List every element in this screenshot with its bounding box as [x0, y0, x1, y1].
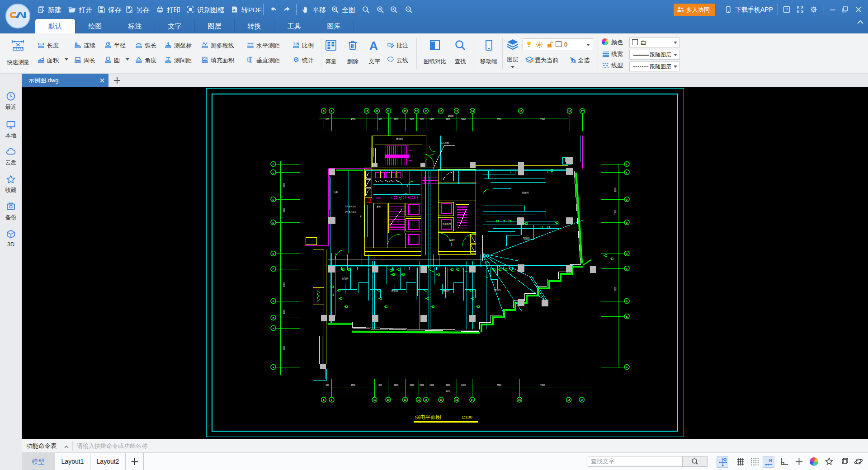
svg-text:D: D: [273, 221, 274, 224]
svg-text:A: A: [233, 8, 236, 12]
svg-text:C: C: [626, 253, 628, 255]
svg-text:7300: 7300: [540, 384, 545, 386]
svg-text:住宅间: 住宅间: [494, 288, 501, 291]
svg-text:14: 14: [471, 110, 474, 113]
svg-text:9: 9: [331, 110, 332, 113]
svg-text:7300: 7300: [540, 118, 545, 121]
svg-text:住宅间: 住宅间: [342, 277, 349, 280]
svg-text:11: 11: [387, 110, 390, 113]
svg-text:2400: 2400: [429, 118, 434, 121]
svg-text:3300: 3300: [394, 384, 399, 386]
svg-text:电梯厅: 电梯厅: [449, 239, 455, 241]
svg-text:VP-B-4-14: VP-B-4-14: [345, 211, 356, 213]
svg-text:12: 12: [404, 110, 406, 113]
svg-text:A: A: [273, 327, 274, 330]
svg-text:B: B: [273, 317, 274, 320]
svg-text:D: D: [273, 198, 274, 201]
svg-text:16: 16: [568, 110, 571, 113]
svg-text:配电: 配电: [377, 206, 382, 208]
svg-text:8: 8: [323, 399, 324, 401]
svg-text:13: 13: [425, 399, 427, 401]
svg-text:3300: 3300: [614, 287, 617, 291]
svg-text:3300: 3300: [614, 210, 617, 215]
svg-text:900: 900: [378, 118, 382, 121]
svg-text:1:100: 1:100: [462, 414, 472, 419]
svg-text:TP-B-4-14: TP-B-4-14: [345, 205, 355, 208]
svg-text:小心台阶: 小心台阶: [440, 141, 449, 144]
svg-text:1:N: 1:N: [293, 42, 299, 46]
svg-text:650: 650: [326, 384, 329, 386]
svg-text:3900: 3900: [446, 384, 451, 386]
svg-text:3300: 3300: [283, 183, 285, 188]
svg-text:7500: 7500: [497, 384, 502, 386]
svg-text:10: 10: [387, 399, 389, 401]
svg-text:650: 650: [326, 118, 329, 121]
svg-text:住宅间: 住宅间: [443, 289, 450, 292]
svg-text:13: 13: [425, 110, 427, 113]
svg-text:14: 14: [471, 399, 473, 401]
svg-text:D: D: [626, 198, 628, 201]
svg-text:15: 15: [455, 110, 458, 113]
svg-text:4500: 4500: [351, 118, 356, 121]
svg-text:4800: 4800: [446, 390, 451, 393]
svg-text:F: F: [626, 163, 628, 166]
svg-text:F: F: [360, 215, 361, 218]
svg-text:17: 17: [581, 110, 584, 113]
svg-text:3300: 3300: [283, 207, 285, 212]
svg-text:弱电平面图: 弱电平面图: [415, 414, 441, 420]
svg-text:C: C: [626, 268, 628, 270]
svg-text:C: C: [273, 253, 274, 255]
svg-text:A: A: [626, 366, 628, 369]
svg-text:3300: 3300: [420, 118, 425, 121]
svg-text:4500: 4500: [351, 384, 356, 386]
svg-text:B: B: [273, 300, 274, 303]
svg-text:12: 12: [417, 399, 420, 401]
svg-text:A: A: [273, 366, 274, 369]
svg-text:13: 13: [439, 110, 442, 113]
svg-text:7500: 7500: [497, 118, 502, 121]
svg-text:13: 13: [439, 399, 442, 401]
svg-text:10: 10: [365, 110, 368, 113]
svg-text:46800: 46800: [448, 115, 454, 118]
svg-text:12: 12: [415, 110, 418, 113]
svg-text:楼梯间: 楼梯间: [396, 137, 403, 141]
svg-text:A: A: [369, 39, 378, 52]
svg-text:3300: 3300: [283, 282, 285, 287]
svg-text:3300: 3300: [283, 345, 285, 350]
svg-text:C: C: [273, 268, 274, 271]
svg-text:3300: 3300: [614, 187, 617, 192]
svg-text:All: All: [571, 60, 576, 64]
svg-text:15: 15: [519, 110, 522, 113]
svg-text:12: 12: [404, 399, 406, 401]
svg-text:15: 15: [518, 399, 521, 401]
svg-text:非标电梯: 非标电梯: [443, 223, 451, 226]
svg-text:9: 9: [331, 399, 332, 401]
svg-text:900: 900: [378, 384, 382, 386]
svg-text:B: B: [626, 300, 628, 303]
svg-text:3300: 3300: [420, 384, 425, 386]
svg-text:B: B: [626, 315, 628, 318]
svg-text:11: 11: [373, 399, 376, 401]
svg-text:3300: 3300: [394, 118, 399, 121]
svg-text:3300: 3300: [283, 309, 285, 314]
svg-text:14: 14: [580, 399, 583, 401]
svg-text:3300: 3300: [410, 118, 415, 121]
svg-text:2400: 2400: [429, 384, 434, 386]
svg-text:注列: 注列: [334, 191, 338, 194]
svg-text:3300: 3300: [410, 384, 415, 386]
svg-text:N: N: [769, 458, 772, 463]
svg-text:E: E: [626, 171, 628, 174]
svg-text:F: F: [273, 163, 274, 166]
svg-text:2400: 2400: [461, 118, 466, 121]
svg-text:16: 16: [567, 399, 570, 401]
svg-text:AlAl: AlAl: [376, 197, 381, 199]
svg-text:设备间: 设备间: [522, 191, 529, 194]
svg-text:E: E: [273, 171, 274, 174]
svg-text:?: ?: [785, 7, 788, 12]
svg-text:2400: 2400: [461, 384, 466, 386]
svg-text:住宅间: 住宅间: [392, 289, 398, 292]
svg-text:3900: 3900: [446, 118, 451, 121]
svg-text:8: 8: [323, 110, 324, 113]
svg-text:11: 11: [376, 110, 378, 113]
svg-text:电信间: 电信间: [523, 236, 530, 240]
